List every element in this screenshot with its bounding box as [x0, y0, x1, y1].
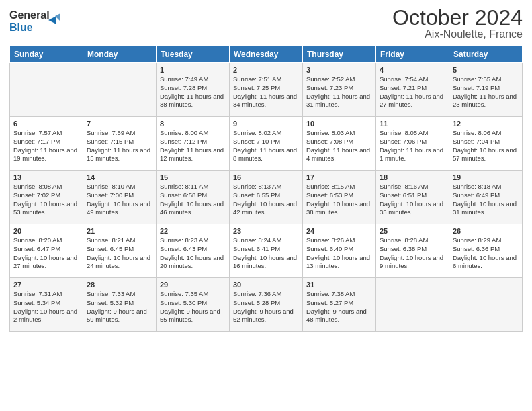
day-content: Sunrise: 8:15 AMSunset: 6:53 PMDaylight:… — [306, 183, 372, 217]
calendar-cell: 28Sunrise: 7:33 AMSunset: 5:32 PMDayligh… — [83, 278, 157, 332]
day-content: Sunrise: 8:10 AMSunset: 7:00 PMDaylight:… — [87, 183, 152, 217]
day-number: 3 — [306, 66, 372, 74]
day-content: Sunrise: 7:33 AMSunset: 5:32 PMDaylight:… — [87, 290, 152, 324]
calendar-cell: 20Sunrise: 8:20 AMSunset: 6:47 PMDayligh… — [10, 224, 83, 278]
day-content: Sunrise: 7:55 AMSunset: 7:19 PMDaylight:… — [453, 75, 519, 109]
main-container: General Blue October 2024 Aix-Noulette, … — [0, 0, 532, 338]
title-block: October 2024 Aix-Noulette, France — [392, 7, 523, 40]
calendar-cell: 26Sunrise: 8:29 AMSunset: 6:36 PMDayligh… — [449, 224, 523, 278]
day-content: Sunrise: 7:59 AMSunset: 7:15 PMDaylight:… — [87, 129, 152, 163]
day-number: 9 — [233, 120, 299, 128]
day-content: Sunrise: 7:31 AMSunset: 5:34 PMDaylight:… — [13, 290, 79, 324]
calendar-row-4: 20Sunrise: 8:20 AMSunset: 6:47 PMDayligh… — [10, 224, 523, 278]
col-sunday: Sunday — [10, 46, 83, 63]
calendar-cell: 8Sunrise: 8:00 AMSunset: 7:12 PMDaylight… — [157, 117, 230, 171]
calendar-cell: 21Sunrise: 8:21 AMSunset: 6:45 PMDayligh… — [83, 224, 157, 278]
calendar-cell: 30Sunrise: 7:36 AMSunset: 5:28 PMDayligh… — [230, 278, 303, 332]
day-content: Sunrise: 8:18 AMSunset: 6:49 PMDaylight:… — [453, 183, 519, 217]
col-tuesday: Tuesday — [157, 46, 230, 63]
day-number: 10 — [306, 120, 372, 128]
calendar-cell: 6Sunrise: 7:57 AMSunset: 7:17 PMDaylight… — [10, 117, 83, 171]
day-content: Sunrise: 8:16 AMSunset: 6:51 PMDaylight:… — [380, 183, 445, 217]
calendar-cell: 5Sunrise: 7:55 AMSunset: 7:19 PMDaylight… — [449, 63, 523, 117]
calendar-cell: 4Sunrise: 7:54 AMSunset: 7:21 PMDaylight… — [376, 63, 449, 117]
day-content: Sunrise: 8:06 AMSunset: 7:04 PMDaylight:… — [453, 129, 519, 163]
calendar-cell — [376, 278, 449, 332]
day-number: 22 — [160, 227, 226, 235]
day-content: Sunrise: 8:24 AMSunset: 6:41 PMDaylight:… — [233, 236, 299, 271]
col-friday: Friday — [376, 46, 449, 63]
calendar-cell: 7Sunrise: 7:59 AMSunset: 7:15 PMDaylight… — [83, 117, 157, 171]
day-content: Sunrise: 8:05 AMSunset: 7:06 PMDaylight:… — [380, 129, 445, 163]
day-content: Sunrise: 8:03 AMSunset: 7:08 PMDaylight:… — [306, 129, 372, 163]
logo: General Blue — [9, 7, 70, 39]
day-number: 24 — [306, 227, 372, 235]
col-monday: Monday — [83, 46, 157, 63]
day-content: Sunrise: 7:54 AMSunset: 7:21 PMDaylight:… — [380, 75, 445, 109]
calendar-cell: 2Sunrise: 7:51 AMSunset: 7:25 PMDaylight… — [230, 63, 303, 117]
day-number: 17 — [306, 173, 372, 181]
day-content: Sunrise: 7:57 AMSunset: 7:17 PMDaylight:… — [13, 129, 79, 163]
calendar-cell: 25Sunrise: 8:28 AMSunset: 6:38 PMDayligh… — [376, 224, 449, 278]
day-number: 20 — [13, 227, 79, 235]
svg-text:General: General — [9, 9, 50, 21]
logo-svg: General Blue — [9, 7, 70, 36]
day-content: Sunrise: 7:35 AMSunset: 5:30 PMDaylight:… — [160, 290, 226, 324]
day-content: Sunrise: 8:02 AMSunset: 7:10 PMDaylight:… — [233, 129, 299, 163]
col-thursday: Thursday — [303, 46, 376, 63]
day-content: Sunrise: 8:08 AMSunset: 7:02 PMDaylight:… — [13, 183, 79, 217]
calendar-cell: 18Sunrise: 8:16 AMSunset: 6:51 PMDayligh… — [376, 171, 449, 224]
calendar-cell: 24Sunrise: 8:26 AMSunset: 6:40 PMDayligh… — [303, 224, 376, 278]
day-number: 25 — [380, 227, 445, 235]
day-number: 11 — [380, 120, 445, 128]
day-number: 2 — [233, 66, 299, 74]
calendar-row-5: 27Sunrise: 7:31 AMSunset: 5:34 PMDayligh… — [10, 278, 523, 332]
calendar-cell: 22Sunrise: 8:23 AMSunset: 6:43 PMDayligh… — [157, 224, 230, 278]
day-number: 6 — [13, 120, 79, 128]
calendar-body: 1Sunrise: 7:49 AMSunset: 7:28 PMDaylight… — [10, 63, 523, 332]
day-number: 27 — [13, 281, 79, 289]
day-number: 23 — [233, 227, 299, 235]
day-content: Sunrise: 8:29 AMSunset: 6:36 PMDaylight:… — [453, 236, 519, 271]
calendar-cell: 9Sunrise: 8:02 AMSunset: 7:10 PMDaylight… — [230, 117, 303, 171]
day-content: Sunrise: 8:13 AMSunset: 6:55 PMDaylight:… — [233, 183, 299, 217]
calendar-row-1: 1Sunrise: 7:49 AMSunset: 7:28 PMDaylight… — [10, 63, 523, 117]
day-content: Sunrise: 8:20 AMSunset: 6:47 PMDaylight:… — [13, 236, 79, 271]
header-row: Sunday Monday Tuesday Wednesday Thursday… — [10, 46, 523, 63]
calendar-cell: 13Sunrise: 8:08 AMSunset: 7:02 PMDayligh… — [10, 171, 83, 224]
calendar-cell — [449, 278, 523, 332]
calendar-cell: 15Sunrise: 8:11 AMSunset: 6:58 PMDayligh… — [157, 171, 230, 224]
day-number: 19 — [453, 173, 519, 181]
day-content: Sunrise: 8:11 AMSunset: 6:58 PMDaylight:… — [160, 183, 226, 217]
col-wednesday: Wednesday — [230, 46, 303, 63]
day-content: Sunrise: 7:52 AMSunset: 7:23 PMDaylight:… — [306, 75, 372, 109]
day-number: 4 — [380, 66, 445, 74]
calendar-cell: 14Sunrise: 8:10 AMSunset: 7:00 PMDayligh… — [83, 171, 157, 224]
day-number: 8 — [160, 120, 226, 128]
day-content: Sunrise: 8:26 AMSunset: 6:40 PMDaylight:… — [306, 236, 372, 271]
day-content: Sunrise: 8:28 AMSunset: 6:38 PMDaylight:… — [380, 236, 445, 271]
calendar-row-3: 13Sunrise: 8:08 AMSunset: 7:02 PMDayligh… — [10, 171, 523, 224]
day-content: Sunrise: 8:23 AMSunset: 6:43 PMDaylight:… — [160, 236, 226, 271]
day-number: 16 — [233, 173, 299, 181]
calendar-cell: 27Sunrise: 7:31 AMSunset: 5:34 PMDayligh… — [10, 278, 83, 332]
day-content: Sunrise: 7:51 AMSunset: 7:25 PMDaylight:… — [233, 75, 299, 109]
day-number: 15 — [160, 173, 226, 181]
calendar-cell: 1Sunrise: 7:49 AMSunset: 7:28 PMDaylight… — [157, 63, 230, 117]
day-content: Sunrise: 8:00 AMSunset: 7:12 PMDaylight:… — [160, 129, 226, 163]
day-content: Sunrise: 7:38 AMSunset: 5:27 PMDaylight:… — [306, 290, 372, 324]
logo-block: General Blue — [9, 7, 70, 39]
calendar-row-2: 6Sunrise: 7:57 AMSunset: 7:17 PMDaylight… — [10, 117, 523, 171]
day-number: 18 — [380, 173, 445, 181]
day-number: 29 — [160, 281, 226, 289]
calendar-cell — [10, 63, 83, 117]
calendar-cell: 16Sunrise: 8:13 AMSunset: 6:55 PMDayligh… — [230, 171, 303, 224]
day-number: 1 — [160, 66, 226, 74]
day-number: 26 — [453, 227, 519, 235]
header: General Blue October 2024 Aix-Noulette, … — [9, 7, 523, 40]
calendar-cell: 31Sunrise: 7:38 AMSunset: 5:27 PMDayligh… — [303, 278, 376, 332]
day-number: 28 — [87, 281, 152, 289]
calendar-cell: 29Sunrise: 7:35 AMSunset: 5:30 PMDayligh… — [157, 278, 230, 332]
day-number: 7 — [87, 120, 152, 128]
day-content: Sunrise: 8:21 AMSunset: 6:45 PMDaylight:… — [87, 236, 152, 271]
